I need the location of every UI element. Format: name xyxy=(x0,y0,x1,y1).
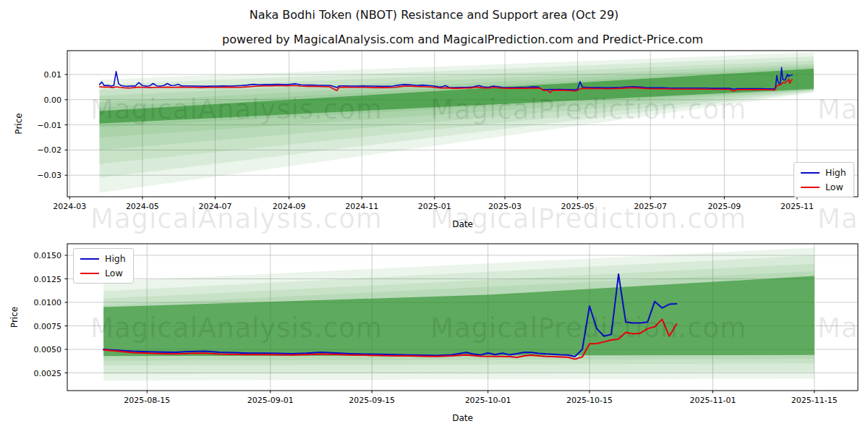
x-tick-label: 2025-03 xyxy=(488,202,522,211)
y-tick-label: −0.02 xyxy=(37,145,61,155)
high-line-swatch xyxy=(80,258,99,260)
x-tick-label: 2025-09-01 xyxy=(247,396,294,405)
y-tick-label: 0.0125 xyxy=(34,275,62,284)
legend-label-low: Low xyxy=(105,268,123,278)
figure-subtitle: powered by MagicalAnalysis.com and Magic… xyxy=(67,33,858,46)
legend-item-low: Low xyxy=(801,182,846,192)
high-line-swatch xyxy=(801,172,820,174)
y-tick-label: 0.0025 xyxy=(34,369,62,378)
x-tick-label: 2024-03 xyxy=(53,202,86,211)
legend-label-high: High xyxy=(825,167,846,178)
y-axis-label: Price xyxy=(9,307,20,328)
y-tick-label: 0.01 xyxy=(44,70,62,80)
legend-top-chart: High Low xyxy=(793,162,854,197)
legend-item-high: High xyxy=(80,253,126,264)
figure: { "figure": { "title": "Naka Bodhi Token… xyxy=(0,0,868,434)
y-tick-label: 0.0100 xyxy=(34,298,62,307)
y-tick-label: 0.0075 xyxy=(34,322,62,331)
x-tick-label: 2025-07 xyxy=(634,202,667,211)
y-tick-label: 0.00 xyxy=(44,95,62,105)
x-tick-label: 2025-11 xyxy=(780,202,814,211)
x-tick-label: 2025-10-15 xyxy=(566,396,613,405)
x-tick-label: 2025-11-15 xyxy=(791,396,838,405)
x-tick-label: 2025-09 xyxy=(707,202,741,211)
low-line-swatch xyxy=(801,187,820,188)
x-tick-label: 2025-08-15 xyxy=(124,396,170,405)
x-axis-label: Date xyxy=(452,413,473,423)
legend-bottom-chart: High Low xyxy=(73,248,134,284)
x-tick-label: 2025-11-01 xyxy=(689,396,736,405)
x-tick-label: 2025-10-01 xyxy=(465,396,511,405)
x-tick-label: 2024-11 xyxy=(345,202,378,211)
y-axis-label: Price xyxy=(14,113,24,134)
x-tick-label: 2024-09 xyxy=(273,202,306,211)
x-tick-label: 2025-01 xyxy=(418,202,451,211)
charts-canvas: 2024-032024-052024-072024-092024-112025-… xyxy=(0,0,868,434)
x-tick-label: 2025-05 xyxy=(561,202,595,211)
legend-label-high: High xyxy=(105,253,126,264)
low-line-swatch xyxy=(80,273,99,274)
y-tick-label: 0.0150 xyxy=(34,251,62,260)
legend-item-high: High xyxy=(801,167,846,178)
figure-title: Naka Bodhi Token (NBOT) Resistance and S… xyxy=(0,8,868,22)
x-axis-label: Date xyxy=(452,219,473,229)
x-tick-label: 2024-07 xyxy=(198,202,231,211)
y-tick-label: −0.01 xyxy=(37,121,61,130)
y-tick-label: 0.0050 xyxy=(34,345,62,354)
legend-label-low: Low xyxy=(825,182,843,192)
legend-item-low: Low xyxy=(80,268,126,278)
y-tick-label: −0.03 xyxy=(37,171,61,180)
x-tick-label: 2025-09-15 xyxy=(349,396,395,405)
x-tick-label: 2024-05 xyxy=(126,202,159,211)
